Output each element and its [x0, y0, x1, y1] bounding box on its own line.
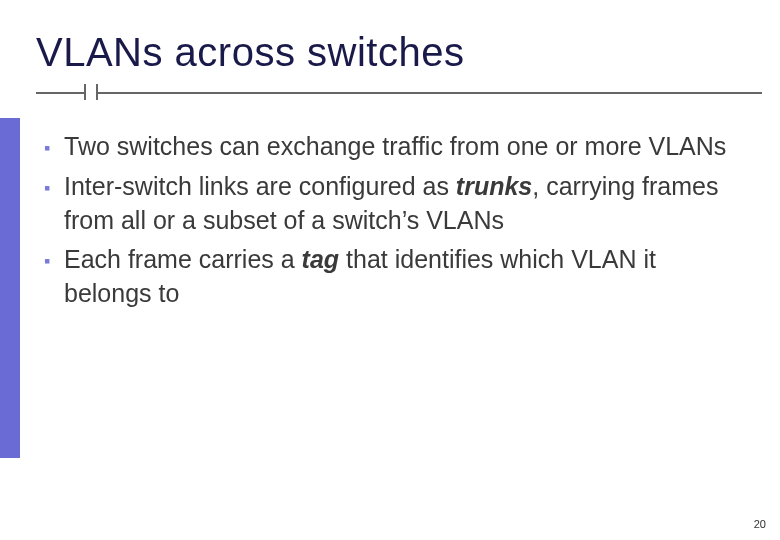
bullet-pre: Two switches can exchange traffic from o… — [64, 132, 726, 160]
page-number: 20 — [754, 518, 766, 530]
page-title: VLANs across switches — [36, 30, 464, 75]
list-item: ▪ Each frame carries a tag that identifi… — [44, 243, 750, 311]
bullet-icon: ▪ — [44, 130, 64, 160]
bullet-icon: ▪ — [44, 170, 64, 200]
bullet-text: Two switches can exchange traffic from o… — [64, 130, 750, 164]
title-underline — [36, 92, 762, 94]
bullet-em: trunks — [456, 172, 532, 200]
bullet-em: tag — [302, 245, 340, 273]
title-notch — [84, 84, 98, 100]
accent-bar — [0, 118, 20, 458]
content-area: ▪ Two switches can exchange traffic from… — [44, 130, 750, 317]
bullet-pre: Inter-switch links are configured as — [64, 172, 456, 200]
bullet-icon: ▪ — [44, 243, 64, 273]
bullet-text: Inter-switch links are configured as tru… — [64, 170, 750, 238]
bullet-pre: Each frame carries a — [64, 245, 302, 273]
slide: VLANs across switches ▪ Two switches can… — [0, 0, 780, 540]
list-item: ▪ Inter-switch links are configured as t… — [44, 170, 750, 238]
list-item: ▪ Two switches can exchange traffic from… — [44, 130, 750, 164]
bullet-text: Each frame carries a tag that identifies… — [64, 243, 750, 311]
